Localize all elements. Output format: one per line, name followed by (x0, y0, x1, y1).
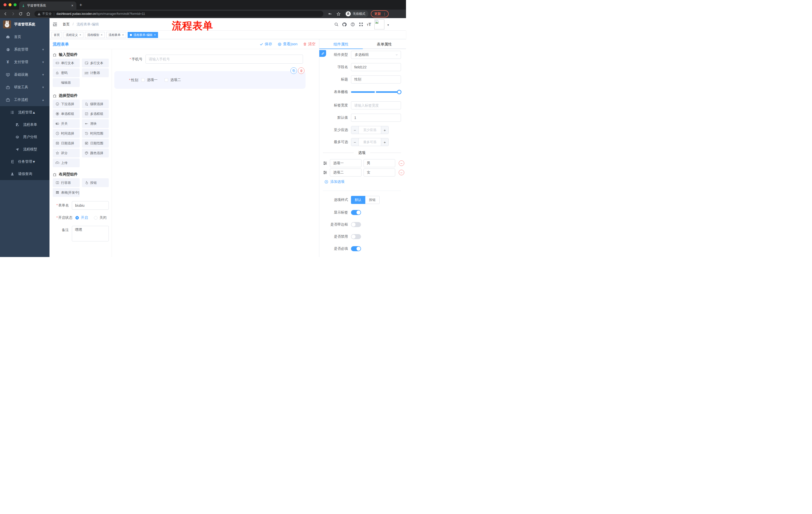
form-canvas[interactable]: *手机号 *性别 选项一 选项二 (112, 49, 319, 257)
add-option-button[interactable]: 添加选项 (324, 180, 401, 184)
field-phone-input[interactable] (145, 55, 303, 64)
search-icon[interactable] (334, 22, 339, 27)
close-icon[interactable]: × (154, 33, 156, 37)
clear-button[interactable]: 清空 (303, 42, 316, 47)
show-label-toggle[interactable] (351, 210, 361, 215)
minus-icon[interactable]: − (351, 126, 359, 134)
plus-icon[interactable]: + (381, 138, 388, 146)
slider-handle[interactable] (397, 90, 402, 94)
sidebar-item-leave-query[interactable]: 请假查询 (0, 168, 50, 180)
palette-item-button[interactable]: 按钮 (82, 178, 109, 187)
tab-component-props[interactable]: 组件属性 (319, 39, 363, 49)
palette-item-row-container[interactable]: 行容器 (53, 178, 80, 187)
palette-item-time-picker[interactable]: 时间选择 (53, 129, 80, 138)
new-tab-button[interactable]: + (79, 2, 82, 8)
palette-item-time-range[interactable]: 时间范围 (82, 129, 109, 138)
min-select-stepper[interactable]: −至少应选+ (351, 126, 389, 134)
max-select-stepper[interactable]: −最多可选+ (351, 138, 389, 146)
tag-process-definition[interactable]: 流程定义× (63, 32, 83, 38)
forward-icon[interactable] (11, 12, 15, 16)
browser-tab[interactable]: 芋道管理系统 × (19, 1, 76, 9)
form-name-input[interactable] (72, 201, 109, 210)
sidebar-item-dev-tools[interactable]: 研发工具 ▼ (0, 81, 50, 93)
title-input[interactable] (351, 76, 401, 83)
option-value-input[interactable] (364, 168, 395, 177)
palette-item-checkbox-group[interactable]: 多选框组 (82, 109, 109, 118)
sidebar-item-infrastructure[interactable]: 基础设施 ▼ (0, 69, 50, 81)
palette-item-cascader[interactable]: 级联选择 (82, 100, 109, 108)
user-avatar[interactable] (374, 19, 384, 29)
palette-item-radio-group[interactable]: 单选框组 (53, 109, 80, 118)
palette-item-date-picker[interactable]: 日期选择 (53, 139, 80, 147)
palette-item-counter[interactable]: 123计数器 (82, 69, 109, 77)
field-phone[interactable]: *手机号 (114, 55, 303, 64)
palette-item-table-dev[interactable]: 表格[开发中] (53, 188, 80, 197)
option-value-input[interactable] (364, 159, 395, 167)
browser-menu-icon[interactable]: ⋮ (383, 12, 386, 16)
field-name-input[interactable] (351, 63, 401, 71)
update-button[interactable]: 更新 ⋮ (371, 10, 389, 17)
checkbox-icon[interactable] (165, 78, 168, 82)
home-icon[interactable] (26, 12, 30, 16)
status-radio-off[interactable]: 关闭 (94, 216, 107, 220)
label-width-input[interactable] (351, 101, 401, 109)
palette-item-editor[interactable]: 编辑器 (53, 78, 80, 87)
fullscreen-icon[interactable] (359, 22, 363, 27)
grid-slider[interactable] (351, 88, 401, 96)
option-label-input[interactable] (330, 159, 361, 167)
sidebar-item-home[interactable]: 首页 (0, 31, 50, 43)
sidebar-item-process-form[interactable]: 流程表单 (0, 118, 50, 131)
save-button[interactable]: 保存 (260, 42, 272, 47)
palette-item-date-range[interactable]: 日期范围 (82, 139, 109, 147)
palette-item-password[interactable]: 密码 (53, 69, 80, 77)
style-button-button[interactable]: 按钮 (365, 196, 380, 204)
palette-item-slider[interactable]: 滑块 (82, 119, 109, 128)
close-icon[interactable]: × (101, 33, 103, 37)
collapse-sidebar-icon[interactable] (53, 22, 58, 27)
close-window-button[interactable] (3, 3, 6, 6)
sidebar-item-workflow[interactable]: 工作流程 ▲ (0, 93, 50, 106)
palette-item-upload[interactable]: 上传 (53, 158, 80, 167)
back-icon[interactable] (3, 12, 7, 16)
sidebar-item-system-mgmt[interactable]: 系统管理 ▼ (0, 43, 50, 56)
duplicate-component-button[interactable] (290, 67, 297, 74)
breadcrumb-home[interactable]: 首页 (63, 22, 69, 26)
default-value-input[interactable] (351, 114, 401, 122)
password-key-icon[interactable] (328, 12, 332, 16)
address-bar[interactable]: 不安全 | dashboard.yudao.iocoder.cn/bpm/man… (34, 11, 323, 17)
help-question-icon[interactable] (350, 22, 355, 27)
palette-item-multi-line-text[interactable]: 多行文本 (82, 59, 109, 67)
github-icon[interactable] (342, 22, 347, 27)
close-tab-icon[interactable]: × (71, 3, 74, 7)
required-toggle[interactable] (351, 246, 361, 251)
status-radio-on[interactable]: 开启 (76, 216, 88, 220)
sidebar-item-user-group[interactable]: 用户分组 (0, 131, 50, 143)
view-json-button[interactable]: 查看json (278, 42, 297, 47)
font-size-icon[interactable]: TT (367, 22, 371, 27)
tab-form-props[interactable]: 表单属性 (363, 39, 406, 49)
palette-item-switch[interactable]: 开关 (53, 119, 80, 128)
border-toggle[interactable] (351, 222, 361, 227)
sidebar-item-payment-mgmt[interactable]: ¥ 支付管理 ▼ (0, 56, 50, 69)
window-controls[interactable] (3, 3, 17, 6)
form-remark-textarea[interactable]: 嘿嘿 (72, 226, 109, 241)
remove-option-button[interactable]: − (399, 170, 404, 175)
minus-icon[interactable]: − (351, 138, 359, 146)
close-icon[interactable]: × (79, 33, 81, 37)
plus-icon[interactable]: + (381, 126, 388, 134)
checkbox-icon[interactable] (141, 78, 145, 82)
palette-item-select[interactable]: 下拉选择 (53, 100, 80, 108)
component-type-select[interactable]: 多选框组 (351, 51, 401, 59)
sidebar-item-task-mgmt[interactable]: 任务管理 ▼ (0, 155, 50, 168)
sidebar-item-process-mgmt[interactable]: 流程管理 ▲ (0, 106, 50, 118)
reload-icon[interactable] (19, 12, 23, 16)
sidebar-item-process-model[interactable]: 流程模型 (0, 143, 50, 155)
tag-process-form[interactable]: 流程表单× (106, 32, 126, 38)
drag-handle-icon[interactable] (323, 161, 327, 165)
close-icon[interactable]: × (122, 33, 124, 37)
delete-component-button[interactable] (298, 67, 304, 74)
avatar-caret-icon[interactable]: ▼ (387, 24, 389, 26)
tag-process-model[interactable]: 流程模型× (85, 32, 105, 38)
field-gender-selected[interactable]: *性别 选项一 选项二 (114, 71, 306, 89)
remove-option-button[interactable]: − (399, 160, 404, 166)
